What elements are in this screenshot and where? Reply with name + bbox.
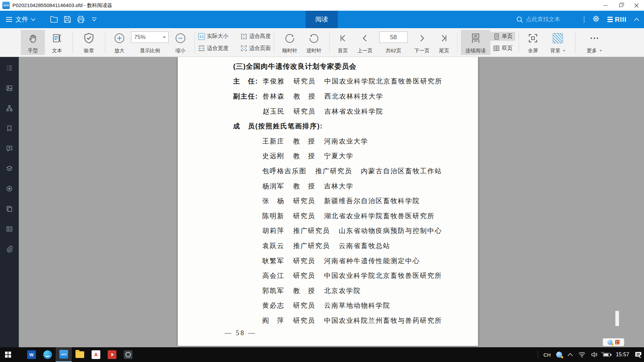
file-menu[interactable]: 文件 xyxy=(6,15,36,24)
collapse-ribbon-icon[interactable] xyxy=(634,18,639,21)
fit-width-label: 适合宽度 xyxy=(207,45,228,52)
clock[interactable]: 15:57 xyxy=(616,352,629,358)
tray-divider xyxy=(538,351,538,358)
attachment-panel-button[interactable] xyxy=(4,243,15,255)
background-caret-icon xyxy=(563,50,565,52)
leader-row: 赵玉民研究员吉林省农业科学院 xyxy=(178,104,478,119)
seal-panel-button[interactable] xyxy=(4,183,15,194)
search-input[interactable] xyxy=(526,16,576,23)
taskbar-word-button[interactable]: W xyxy=(23,347,40,362)
print-button[interactable] xyxy=(76,15,85,24)
next-page-button[interactable]: 下一页 xyxy=(411,30,433,55)
text-tool-label: 文本 xyxy=(52,48,62,54)
fit-height-button[interactable]: 适合高度 xyxy=(240,33,271,40)
taskbar-edge-button[interactable] xyxy=(40,347,56,362)
continuous-reading-label: 连续阅读 xyxy=(466,48,486,54)
rotate-ccw-button[interactable]: 逆时针 xyxy=(302,30,326,55)
last-page-button[interactable]: 尾页 xyxy=(434,30,454,55)
wifi-icon[interactable] xyxy=(578,352,586,358)
action-center-icon[interactable] xyxy=(635,351,642,358)
vertical-scrollbar-thumb[interactable] xyxy=(615,311,619,326)
settings-button[interactable] xyxy=(592,15,600,24)
single-page-button[interactable]: 单页 xyxy=(490,32,515,41)
layers-panel-button[interactable] xyxy=(4,163,15,174)
prev-page-button[interactable]: 上一页 xyxy=(354,30,376,55)
ime-language-indicator[interactable]: CH xyxy=(543,352,551,358)
more-button[interactable]: 更多 xyxy=(579,30,610,55)
restore-button[interactable] xyxy=(613,0,629,11)
page-number-input[interactable] xyxy=(379,32,408,43)
member-row: 郭凯军教 授北京农学院 xyxy=(178,283,478,298)
double-page-button[interactable]: 双页 xyxy=(490,44,515,53)
search-box[interactable] xyxy=(516,16,576,23)
zoom-in-button[interactable]: 放大 xyxy=(109,30,130,55)
member-name: 包呼格吉乐图 xyxy=(262,167,307,176)
page-total-label: 共62页 xyxy=(386,48,401,54)
sogou-ime-icon[interactable] xyxy=(556,352,562,358)
taskbar-dark-app-button[interactable] xyxy=(120,347,136,362)
close-button[interactable] xyxy=(629,0,644,11)
member-title: 研究员 xyxy=(293,212,315,221)
zoom-ratio-select[interactable]: 75% xyxy=(131,32,169,43)
more-caret-icon xyxy=(599,50,601,52)
document-view[interactable]: (三)全国肉牛遗传改良计划专家委员会 主 任:李俊雅研究员中国农业科学院北京畜牧… xyxy=(19,57,644,347)
continuous-reading-button[interactable]: 连续阅读 xyxy=(461,30,490,55)
leader-title: 研究员 xyxy=(293,77,316,86)
tab-read[interactable]: 阅读 xyxy=(306,11,338,28)
member-row: 史远刚教 授宁夏大学 xyxy=(178,149,478,164)
member-row: 王新庄教 授河南农业大学 xyxy=(178,134,478,149)
member-org: 中国农业科学院北京畜牧兽医研究所 xyxy=(324,271,442,280)
news-panel-button[interactable] xyxy=(4,223,15,235)
edge-browser-icon xyxy=(43,350,52,359)
hand-tool-button[interactable]: 手型 xyxy=(21,30,45,55)
open-file-button[interactable] xyxy=(50,15,58,24)
fit-width-button[interactable]: 适合宽度 xyxy=(198,45,236,52)
first-page-button[interactable]: 首页 xyxy=(333,30,353,55)
zoom-out-button[interactable]: 缩小 xyxy=(170,30,191,55)
verify-seal-button[interactable]: 验章 xyxy=(76,30,102,55)
more-options-icon[interactable] xyxy=(584,17,585,22)
member-title: 研究员 xyxy=(293,316,315,325)
ime-floating-bar[interactable] xyxy=(603,338,624,346)
main-area: (三)全国肉牛遗传改良计划专家委员会 主 任:李俊雅研究员中国农业科学院北京畜牧… xyxy=(0,57,644,347)
tray-expand-icon[interactable] xyxy=(568,353,573,356)
rotate-cw-button[interactable]: 顺时针 xyxy=(278,30,302,55)
collapse-toolbar-button[interactable] xyxy=(90,15,99,24)
printer-icon xyxy=(77,16,85,23)
bookmark-panel-button[interactable] xyxy=(4,123,15,134)
thumbnails-panel-button[interactable] xyxy=(4,82,15,94)
save-button[interactable] xyxy=(63,15,72,24)
copy-pages-panel-button[interactable] xyxy=(4,203,15,215)
fullscreen-button[interactable]: 全屏 xyxy=(522,30,544,55)
save-icon xyxy=(64,16,71,23)
fit-page-button[interactable]: 适合页面 xyxy=(240,45,271,52)
title-bar: OFD P020210428550841146403.ofd - 数科阅读器 xyxy=(0,0,644,11)
member-title: 研究员 xyxy=(293,256,315,265)
minimize-button[interactable] xyxy=(598,0,613,11)
start-button[interactable] xyxy=(0,347,16,362)
comment-text-icon xyxy=(6,145,13,152)
member-title: 研究员 xyxy=(293,196,315,205)
annotation-panel-button[interactable] xyxy=(4,143,15,154)
structure-panel-button[interactable] xyxy=(4,103,15,114)
file-explorer-icon xyxy=(75,351,84,358)
text-tool-button[interactable]: 文本 xyxy=(45,30,69,55)
taskbar-explorer-button[interactable] xyxy=(72,347,88,362)
member-row: 袁跃云推广研究员云南省畜牧总站 xyxy=(178,238,478,253)
taskbar-pdf-button[interactable]: A xyxy=(88,347,104,362)
member-org: 山东省动物疫病预防与控制中心 xyxy=(339,226,442,235)
acrobat-icon: A xyxy=(92,350,100,359)
volume-icon[interactable] xyxy=(591,352,598,358)
text-select-icon xyxy=(52,34,62,43)
member-title: 推广研究员 xyxy=(293,241,330,250)
member-org: 北京农学院 xyxy=(324,286,361,295)
zoom-in-icon xyxy=(114,33,125,44)
member-name: 阎 萍 xyxy=(262,316,284,325)
actual-size-button[interactable]: 1:1 实际大小 xyxy=(198,33,236,40)
background-button[interactable]: 背景 xyxy=(544,30,572,55)
battery-icon[interactable] xyxy=(603,353,610,357)
outline-panel-button[interactable] xyxy=(4,62,15,74)
taskbar-ofd-reader-button[interactable]: OFD xyxy=(56,347,72,362)
system-tray: CH 15:57 xyxy=(538,347,642,362)
taskbar-red-app-button[interactable] xyxy=(104,347,120,362)
